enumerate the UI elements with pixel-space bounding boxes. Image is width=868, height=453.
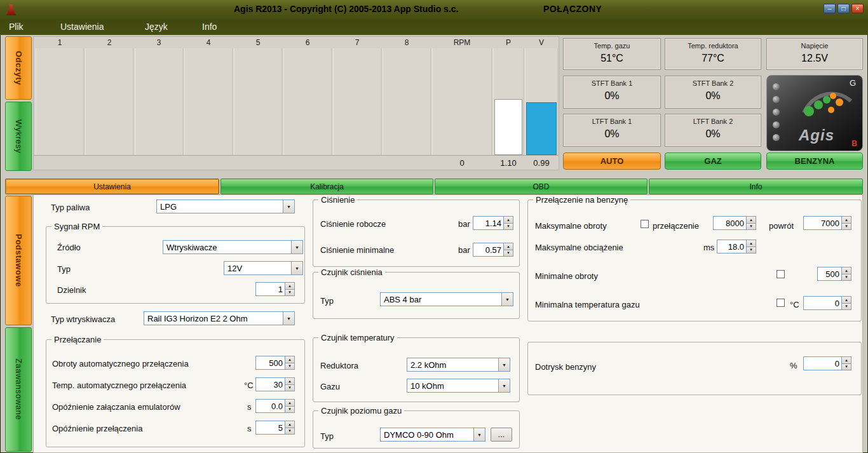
dzielnik-input[interactable] bbox=[255, 282, 285, 296]
chart-col-header: 3 bbox=[134, 38, 184, 48]
tab-obd[interactable]: OBD bbox=[435, 179, 648, 194]
restore-icon[interactable]: □ bbox=[837, 4, 850, 13]
spin-up-icon[interactable]: ▲ bbox=[747, 240, 756, 247]
spin-down-icon[interactable]: ▼ bbox=[285, 428, 295, 435]
spin-up-icon[interactable]: ▲ bbox=[285, 356, 295, 363]
stat-label: LTFT Bank 1 bbox=[592, 118, 632, 125]
opoznienie-emulatorow-input[interactable] bbox=[255, 399, 285, 413]
menu-info[interactable]: Info bbox=[202, 22, 217, 32]
maks-obciazenie-input[interactable] bbox=[717, 240, 747, 254]
unit-ms: ms bbox=[703, 243, 714, 252]
label-przelaczenie-check: przełączenie bbox=[653, 221, 699, 231]
stat-value: 12.5V bbox=[801, 53, 828, 64]
window-controls: – □ × bbox=[824, 4, 864, 13]
spin-up-icon[interactable]: ▲ bbox=[504, 243, 513, 250]
menu-ustawienia[interactable]: Ustawienia bbox=[60, 22, 104, 32]
unit-celsius: °C bbox=[790, 300, 799, 309]
stat-stft-bank1: STFT Bank 1 0% bbox=[563, 76, 661, 109]
spin-down-icon[interactable]: ▼ bbox=[747, 224, 756, 231]
cisnienie-minimalne-input[interactable] bbox=[473, 243, 504, 257]
chart-col-header: 7 bbox=[332, 38, 382, 48]
label-powrot: powrót bbox=[769, 221, 794, 231]
agis-logo: G Agis B bbox=[766, 75, 863, 151]
spin-down-icon[interactable]: ▼ bbox=[842, 224, 851, 231]
spin-down-icon[interactable]: ▼ bbox=[504, 250, 513, 257]
tab-info[interactable]: Info bbox=[649, 179, 863, 194]
dotrysk-input[interactable] bbox=[803, 356, 842, 370]
spin-down-icon[interactable]: ▼ bbox=[285, 363, 295, 370]
spin-down-icon[interactable]: ▼ bbox=[285, 385, 295, 392]
opoznienie-przelaczenia-input[interactable] bbox=[255, 421, 285, 435]
obroty-auto-input[interactable] bbox=[255, 356, 285, 370]
spin-up-icon[interactable]: ▲ bbox=[842, 216, 851, 224]
rpm-source-select[interactable]: Wtryskiwacze ▼ bbox=[163, 240, 303, 254]
menu-plik[interactable]: Plik bbox=[9, 22, 24, 32]
benzyna-button[interactable]: BENZYNA bbox=[766, 152, 863, 170]
menu-jezyk[interactable]: Język bbox=[145, 22, 168, 32]
tab-odczyty[interactable]: Odczyty bbox=[5, 36, 32, 100]
chart-column bbox=[135, 48, 183, 155]
stat-stft-bank2: STFT Bank 2 0% bbox=[665, 76, 761, 109]
spin-up-icon[interactable]: ▲ bbox=[842, 267, 851, 274]
fuel-type-select[interactable]: LPG ▼ bbox=[156, 199, 295, 213]
spin-down-icon[interactable]: ▼ bbox=[504, 224, 513, 231]
spin-down-icon[interactable]: ▼ bbox=[842, 274, 851, 281]
spin-down-icon[interactable]: ▼ bbox=[285, 290, 295, 297]
gaz-button[interactable]: GAZ bbox=[665, 152, 761, 170]
injector-type-select[interactable]: Rail IG3 Horizon E2 2 Ohm ▼ bbox=[144, 311, 295, 325]
stat-label: STFT Bank 2 bbox=[693, 79, 734, 87]
tab-podstawowe[interactable]: Podstawowe bbox=[5, 196, 32, 325]
close-icon[interactable]: × bbox=[851, 4, 864, 13]
tab-zaawansowane[interactable]: Zaawansowane bbox=[5, 327, 32, 452]
unit-bar: bar bbox=[458, 219, 470, 229]
tab-ustawienia[interactable]: Ustawienia bbox=[5, 179, 219, 194]
min-obroty-checkbox[interactable] bbox=[776, 270, 785, 278]
connection-status: POŁĄCZONY bbox=[543, 4, 602, 14]
min-obroty-stepper: ▲▼ bbox=[817, 267, 851, 281]
label-obroty-auto: Obroty automatycznego przełączenia bbox=[52, 359, 189, 368]
gas-temp-sensor-select[interactable]: 10 kOhm ▼ bbox=[407, 379, 510, 393]
auto-button[interactable]: AUTO bbox=[563, 152, 661, 170]
tab-wykresy[interactable]: Wykresy bbox=[5, 102, 32, 171]
spin-down-icon[interactable]: ▼ bbox=[747, 247, 756, 254]
spin-down-icon[interactable]: ▼ bbox=[842, 364, 851, 371]
spin-down-icon[interactable]: ▼ bbox=[285, 407, 295, 414]
spin-up-icon[interactable]: ▲ bbox=[842, 296, 851, 304]
min-temp-checkbox[interactable] bbox=[776, 299, 785, 307]
group-title-czujnik-cisnienia: Czujnik ciśnienia bbox=[318, 267, 385, 277]
cisnienie-robocze-input[interactable] bbox=[473, 216, 504, 230]
chart-column-rpm bbox=[432, 48, 492, 155]
stat-ltft-bank2: LTFT Bank 2 0% bbox=[665, 114, 761, 147]
spin-up-icon[interactable]: ▲ bbox=[285, 421, 295, 428]
stat-temp-reduktora: Temp. reduktora 77°C bbox=[665, 38, 761, 70]
chart-col-header: 1 bbox=[35, 38, 85, 48]
stat-value: 0% bbox=[604, 90, 619, 102]
spin-up-icon[interactable]: ▲ bbox=[285, 399, 295, 407]
powrot-input[interactable] bbox=[803, 216, 842, 230]
rpm-type-select[interactable]: 12V ▼ bbox=[224, 261, 303, 275]
temp-auto-input[interactable] bbox=[255, 377, 285, 391]
spin-down-icon[interactable]: ▼ bbox=[842, 304, 851, 311]
label-typ-wtryskiwacza: Typ wtryskiwacza bbox=[51, 314, 115, 324]
level-sensor-more-button[interactable]: ... bbox=[491, 428, 512, 442]
level-sensor-select[interactable]: DYMCO 0-90 Ohm ▼ bbox=[380, 428, 485, 442]
pressure-sensor-select[interactable]: ABS 4 bar ▼ bbox=[380, 292, 513, 306]
min-obroty-input[interactable] bbox=[817, 267, 842, 281]
tab-kalibracja[interactable]: Kalibracja bbox=[220, 179, 433, 194]
minimize-icon[interactable]: – bbox=[824, 4, 836, 13]
logo-dot bbox=[773, 121, 780, 128]
spin-up-icon[interactable]: ▲ bbox=[285, 282, 295, 290]
spin-up-icon[interactable]: ▲ bbox=[747, 216, 756, 224]
spin-up-icon[interactable]: ▲ bbox=[504, 216, 513, 224]
tab-odczyty-label: Odczyty bbox=[14, 51, 24, 85]
przelaczenie-checkbox[interactable] bbox=[641, 220, 649, 228]
stat-label: Temp. reduktora bbox=[688, 42, 738, 50]
maks-obroty-input[interactable] bbox=[713, 216, 747, 230]
min-temp-input[interactable] bbox=[803, 296, 842, 310]
spin-up-icon[interactable]: ▲ bbox=[285, 377, 295, 385]
unit-percent: % bbox=[790, 361, 797, 370]
label-zrodlo: Źródło bbox=[57, 243, 81, 252]
dzielnik-stepper: ▲▼ bbox=[255, 282, 295, 296]
spin-up-icon[interactable]: ▲ bbox=[842, 356, 851, 364]
reducer-temp-sensor-select[interactable]: 2.2 kOhm ▼ bbox=[407, 358, 510, 372]
